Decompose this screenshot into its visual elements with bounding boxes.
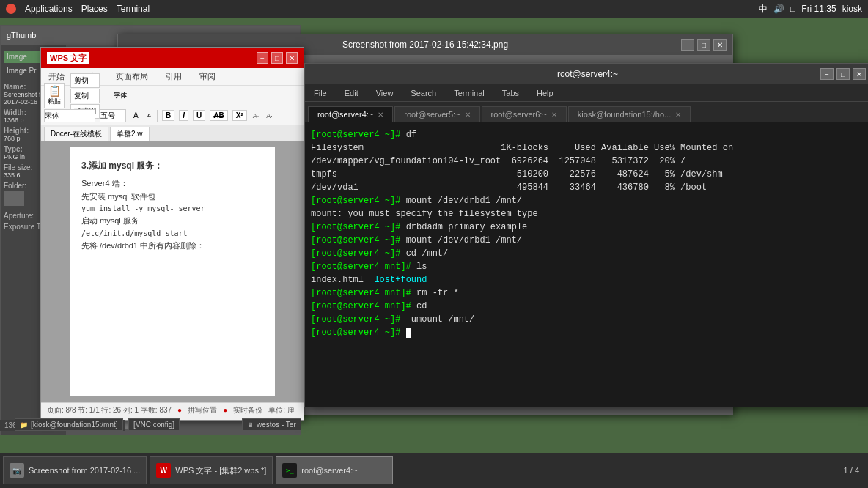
terminal-menu-file[interactable]: File bbox=[311, 87, 330, 99]
vnc-config-bar[interactable]: [VNC config] bbox=[128, 418, 180, 431]
terminal-output-2: /dev/mapper/vg_foundation104-lv_root 692… bbox=[311, 155, 866, 168]
display-icon: □ bbox=[790, 4, 795, 14]
terminal-tab-server4[interactable]: root@server4:~ ✕ bbox=[308, 106, 393, 122]
font-size-a-small: A bbox=[146, 112, 152, 119]
wps-tab-document[interactable]: 单群2.w bbox=[110, 127, 150, 141]
clock: Fri 11:35 bbox=[801, 4, 836, 14]
doc-line-5: /etc/init.d/mysqld start bbox=[81, 228, 263, 240]
taskbar-item-terminal[interactable]: >_ root@server4:~ bbox=[276, 456, 393, 484]
wps-status-backup-icon: ● bbox=[223, 406, 227, 414]
font-size-a-large: A bbox=[130, 111, 141, 119]
terminal-line-7: [root@server4 mnt]# rm -fr * bbox=[311, 286, 866, 300]
wps-cut-button[interactable]: 剪切 bbox=[70, 73, 100, 88]
terminal-close-button[interactable]: ✕ bbox=[853, 68, 866, 80]
screenshot-title: Screenshot from 2017-02-16 15:42:34.png bbox=[342, 40, 508, 50]
screenshot-title-buttons: − □ ✕ bbox=[681, 39, 727, 51]
tab-close-server5[interactable]: ✕ bbox=[465, 111, 471, 119]
screenshot-close-button[interactable]: ✕ bbox=[713, 39, 727, 51]
wps-max-button[interactable]: □ bbox=[271, 52, 283, 64]
taskbar-screenshot-icon: 📷 bbox=[10, 463, 24, 478]
tab-close-server4[interactable]: ✕ bbox=[378, 111, 383, 119]
screenshot-max-button[interactable]: □ bbox=[697, 39, 710, 51]
wps-tab-docer[interactable]: Docer-在线模板 bbox=[44, 127, 108, 141]
image-viewer-title: gThumb bbox=[7, 31, 36, 40]
terminal-output-4: /dev/vda1 495844 33464 436780 8% /boot bbox=[311, 181, 866, 194]
terminal-line-4: [root@server4 ~]# mount /dev/drbd1 /mnt/ bbox=[311, 234, 866, 247]
toolbar-divider bbox=[106, 87, 106, 105]
wps-copy-button[interactable]: 复制 bbox=[70, 89, 100, 103]
wps-page: 3.添加 mysql 服务： Server4 端： 先安装 mysql 软件包 … bbox=[70, 147, 275, 396]
terminal-body[interactable]: [root@server4 ~]# df Filesystem 1K-block… bbox=[305, 122, 868, 386]
terminal-line-8: [root@server4 mnt]# cd bbox=[311, 300, 866, 313]
terminal-line-5: [root@server4 ~]# cd /mnt/ bbox=[311, 247, 866, 260]
wps-font-section-label: 字体 bbox=[114, 91, 127, 100]
applications-menu[interactable]: Applications bbox=[25, 4, 73, 14]
taskbar-terminal-label: root@server4:~ bbox=[301, 466, 357, 475]
wps-titlebar: WPS 文字 − □ ✕ bbox=[41, 48, 304, 68]
terminal-menu-view[interactable]: View bbox=[373, 87, 397, 99]
wps-status-unit: 单位: 厘 bbox=[268, 405, 295, 415]
wps-menu-page-layout[interactable]: 页面布局 bbox=[111, 70, 152, 84]
wps-strikethrough-button[interactable]: AB bbox=[210, 110, 227, 121]
taskbar-item-screenshot[interactable]: 📷 Screenshot from 2017-02-16 ... bbox=[3, 456, 147, 484]
wps-italic-button[interactable]: I bbox=[179, 110, 188, 121]
wps-writer-window: WPS 文字 − □ ✕ 开始 插入 页面布局 引用 审阅 📋 粘贴 剪切 复制… bbox=[40, 47, 304, 421]
wps-superscript-button[interactable]: X² bbox=[232, 110, 247, 121]
terminal-max-button[interactable]: □ bbox=[836, 68, 850, 80]
tab-close-server6[interactable]: ✕ bbox=[551, 111, 557, 119]
terminal-tab-server6[interactable]: root@server6:~ ✕ bbox=[482, 106, 567, 122]
terminal-title: root@server4:~ bbox=[355, 69, 820, 79]
system-bar-right: 中 🔊 □ Fri 11:35 kiosk bbox=[759, 3, 862, 15]
terminal-line-3: [root@server4 ~]# drbdadm primary exampl… bbox=[311, 221, 866, 234]
doc-line-4: 启动 mysql 服务 bbox=[81, 215, 263, 228]
wps-title-buttons: − □ ✕ bbox=[257, 52, 298, 64]
kiosk-icon: 📁 bbox=[20, 421, 28, 429]
wps-close-button[interactable]: ✕ bbox=[286, 52, 298, 64]
wps-status-backup-label: 实时备份 bbox=[233, 405, 262, 415]
taskbar-terminal-icon: >_ bbox=[282, 463, 297, 478]
wps-status-spell: ● bbox=[177, 406, 182, 414]
terminal-tab-kiosk[interactable]: kiosk@foundation15:/ho... ✕ bbox=[568, 106, 691, 122]
terminal-menu-tabs[interactable]: Tabs bbox=[499, 87, 522, 99]
westos-bar[interactable]: 🖥 westos - Ter bbox=[242, 418, 301, 431]
wps-toolbar: 📋 粘贴 剪切 复制 格式刷 字体 bbox=[41, 86, 304, 106]
wps-statusbar: 页面: 8/8 节: 1/1 行: 26 列: 1 字数: 837 ● 拼写位置… bbox=[41, 402, 304, 417]
kiosk-bar[interactable]: 📁 [kiosk@foundation15:/mnt] bbox=[15, 418, 123, 431]
desktop: gThumb Image Image Pr Name: Screenshot f… bbox=[0, 18, 868, 470]
tab-close-kiosk[interactable]: ✕ bbox=[675, 111, 681, 119]
terminal-menu-help[interactable]: Help bbox=[534, 87, 556, 99]
wps-bold-button[interactable]: B bbox=[162, 110, 174, 121]
terminal-output-1: Filesystem 1K-blocks Used Available Use%… bbox=[311, 141, 866, 155]
terminal-tabs: root@server4:~ ✕ root@server5:~ ✕ root@s… bbox=[305, 102, 868, 122]
taskbar-item-wps[interactable]: W WPS 文字 - [集群2.wps *] bbox=[150, 456, 273, 484]
highlight-indicator: A· bbox=[265, 112, 274, 119]
wps-menu-home[interactable]: 开始 bbox=[44, 70, 69, 84]
terminal-output-6: index.html lost+found bbox=[311, 273, 866, 286]
terminal-menu-edit[interactable]: Edit bbox=[342, 87, 361, 99]
terminal-title-buttons: − □ ✕ bbox=[820, 68, 866, 80]
taskbar-screenshot-label: Screenshot from 2017-02-16 ... bbox=[29, 466, 140, 475]
terminal-tab-server5[interactable]: root@server5:~ ✕ bbox=[394, 106, 479, 122]
terminal-menu-search[interactable]: Search bbox=[408, 87, 439, 99]
doc-line-6: 先将 /dev/drbd1 中所有内容删除： bbox=[81, 240, 263, 253]
doc-heading: 3.添加 mysql 服务： bbox=[81, 159, 263, 173]
terminal-min-button[interactable]: − bbox=[820, 68, 834, 80]
terminal-output-5: mount: you must specify the filesystem t… bbox=[311, 207, 866, 221]
wps-underline-button[interactable]: U bbox=[193, 110, 205, 121]
wps-paste-button[interactable]: 📋 粘贴 bbox=[44, 83, 65, 108]
taskbar-pager: 1 / 4 bbox=[844, 466, 865, 475]
terminal-menu-terminal[interactable]: Terminal bbox=[451, 87, 488, 99]
screenshot-min-button[interactable]: − bbox=[681, 39, 694, 51]
wps-menu-references[interactable]: 引用 bbox=[161, 70, 186, 84]
system-bar-left: Applications Places Terminal bbox=[6, 4, 150, 14]
taskbar-wps-label: WPS 文字 - [集群2.wps *] bbox=[175, 465, 266, 476]
format-divider-1 bbox=[157, 110, 158, 122]
places-menu[interactable]: Places bbox=[81, 4, 108, 14]
terminal-menu[interactable]: Terminal bbox=[117, 4, 150, 14]
wps-size-input[interactable] bbox=[100, 109, 126, 122]
wps-menu-review[interactable]: 审阅 bbox=[195, 70, 220, 84]
wps-min-button[interactable]: − bbox=[257, 52, 268, 64]
wps-doc-area: 3.添加 mysql 服务： Server4 端： 先安装 mysql 软件包 … bbox=[41, 141, 304, 402]
taskbar-wps-icon: W bbox=[156, 463, 171, 478]
wps-font-input[interactable] bbox=[44, 109, 95, 122]
